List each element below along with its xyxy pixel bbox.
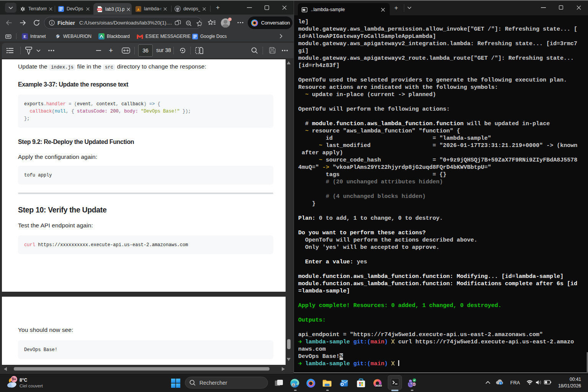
svg-text:PDF: PDF: [97, 8, 102, 11]
svg-text:E: E: [23, 34, 26, 39]
svg-text:AO: AO: [413, 383, 416, 385]
svg-text:M365: M365: [376, 384, 382, 387]
svg-text:C:\: C:\: [302, 9, 305, 11]
svg-text:T: T: [410, 382, 412, 385]
